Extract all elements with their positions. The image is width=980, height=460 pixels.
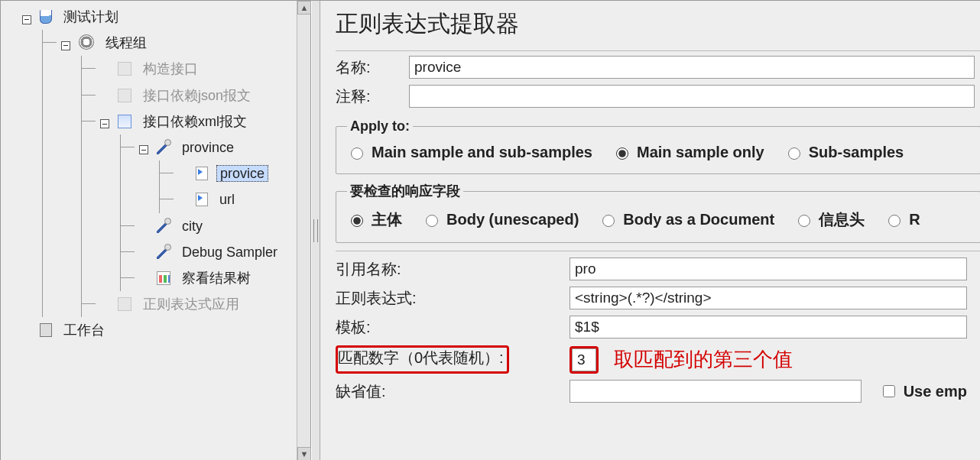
use-empty-label: Use emp: [904, 383, 967, 400]
tree-label: 线程组: [102, 35, 150, 50]
toggle-icon[interactable]: [139, 145, 148, 154]
tree-label: province: [179, 140, 237, 155]
name-input[interactable]: [409, 56, 975, 79]
response-label-4: R: [909, 211, 920, 228]
tree-node-json-dep[interactable]: 接口依赖json报文: [82, 83, 310, 109]
apply-to-label-0: Main sample and sub-samples: [372, 144, 592, 161]
response-label-2: Body as a Document: [623, 211, 774, 228]
apply-to-option-0[interactable]: Main sample and sub-samples: [347, 144, 592, 161]
tree-label: 接口依赖json报文: [140, 88, 254, 103]
extractor-props: 引用名称: 正则表达式: 模板: 匹配数字（0代表随机）:: [336, 254, 972, 406]
tree-scrollbar[interactable]: ▲ ▼: [297, 1, 310, 460]
apply-to-label-2: Sub-samples: [809, 144, 904, 161]
tree-label: Debug Sampler: [179, 245, 281, 260]
gear-icon: [79, 34, 94, 50]
controller-icon: [118, 297, 131, 311]
response-option-0[interactable]: 主体: [347, 209, 402, 230]
comment-label: 注释:: [336, 82, 409, 111]
tree-node-city[interactable]: city: [121, 213, 310, 239]
tree-label: url: [216, 192, 238, 207]
scroll-up-icon[interactable]: ▲: [297, 1, 311, 15]
response-label-0: 主体: [372, 209, 402, 230]
beaker-icon: [40, 10, 52, 24]
scroll-down-icon[interactable]: ▼: [297, 447, 311, 460]
tree-node-construct[interactable]: 构造接口: [82, 56, 310, 82]
response-option-4[interactable]: R: [884, 209, 920, 230]
response-field-legend: 要检查的响应字段: [347, 182, 463, 200]
tree-label: 工作台: [60, 322, 108, 338]
apply-to-legend: Apply to:: [347, 118, 413, 134]
extractor-icon: [196, 167, 208, 180]
toggle-icon[interactable]: [22, 15, 31, 24]
results-icon: [157, 271, 170, 285]
test-plan-tree: 测试计划 线程组 构造接口: [4, 4, 310, 343]
toggle-icon[interactable]: [61, 41, 70, 50]
panel-title: 正则表达式提取器: [336, 8, 980, 40]
response-field-fieldset: 要检查的响应字段 主体 Body (unescaped) Body as a D…: [336, 182, 980, 243]
response-option-3[interactable]: 信息头: [794, 209, 865, 230]
regex-label: 正则表达式:: [336, 283, 570, 313]
splitter[interactable]: [311, 1, 320, 460]
name-comment-form: 名称: 注释:: [336, 53, 979, 111]
controller-icon: [118, 62, 131, 76]
tree-label: 接口依赖xml报文: [140, 114, 250, 129]
tree-node-provice-selected[interactable]: provice: [160, 160, 310, 186]
tree-panel: 测试计划 线程组 构造接口: [1, 1, 311, 460]
response-option-1[interactable]: Body (unescaped): [422, 209, 579, 230]
tree-label: 构造接口: [140, 61, 201, 76]
apply-to-fieldset: Apply to: Main sample and sub-samples Ma…: [336, 118, 980, 174]
tree-node-province[interactable]: province provice: [121, 134, 310, 213]
tree-label: city: [179, 219, 206, 234]
use-empty-checkbox[interactable]: [883, 385, 895, 397]
template-label: 模板:: [336, 313, 570, 342]
sampler-icon: [157, 219, 170, 233]
tree-node-thread-group[interactable]: 线程组 构造接口 接口依赖json报文: [43, 30, 310, 317]
response-radio-0[interactable]: [351, 215, 363, 227]
tree-node-workbench[interactable]: 工作台: [4, 317, 310, 343]
match-no-label: 匹配数字（0代表随机）:: [338, 349, 504, 366]
tree-node-url[interactable]: url: [160, 186, 310, 212]
apply-to-radio-2[interactable]: [788, 147, 800, 160]
response-option-2[interactable]: Body as a Document: [599, 209, 774, 230]
extractor-icon: [196, 193, 208, 206]
response-radio-2[interactable]: [602, 215, 615, 227]
template-input[interactable]: [570, 316, 967, 339]
app-root: 测试计划 线程组 构造接口: [0, 0, 980, 460]
apply-to-radio-1[interactable]: [616, 147, 628, 160]
toggle-icon[interactable]: [100, 119, 109, 128]
match-no-input-highlight: [570, 346, 599, 374]
tree-node-xml-dep[interactable]: 接口依赖xml报文 province: [82, 109, 310, 291]
sampler-icon: [157, 141, 170, 154]
apply-to-option-1[interactable]: Main sample only: [612, 144, 764, 161]
tree-label: 察看结果树: [179, 270, 254, 286]
tree-node-test-plan[interactable]: 测试计划 线程组 构造接口: [4, 4, 310, 317]
default-input[interactable]: [570, 380, 862, 403]
default-label: 缺省值:: [336, 377, 570, 406]
tree-node-view-results[interactable]: 察看结果树: [121, 265, 310, 291]
regex-input[interactable]: [570, 287, 967, 309]
apply-to-option-2[interactable]: Sub-samples: [784, 144, 904, 161]
response-radio-4[interactable]: [888, 215, 900, 227]
ref-name-label: 引用名称:: [336, 254, 570, 283]
comment-input[interactable]: [409, 85, 975, 108]
annotation-text: 取匹配到的第三个值: [614, 348, 793, 371]
ref-name-input[interactable]: [570, 258, 967, 280]
tree-label: 测试计划: [60, 9, 122, 24]
match-no-highlight: 匹配数字（0代表随机）:: [336, 345, 509, 374]
tree-node-regex-app[interactable]: 正则表达式应用: [82, 291, 310, 317]
tree-node-debug[interactable]: Debug Sampler: [121, 239, 310, 265]
controller-icon: [118, 89, 131, 102]
response-label-1: Body (unescaped): [446, 211, 579, 228]
editor-panel: 正则表达式提取器 名称: 注释: Apply to: Main sample a…: [320, 1, 980, 460]
apply-to-label-1: Main sample only: [637, 144, 764, 161]
clipboard-icon: [40, 323, 52, 337]
match-no-input[interactable]: [572, 348, 596, 371]
sampler-icon: [157, 245, 170, 259]
response-radio-1[interactable]: [426, 215, 438, 227]
tree-label-selected: provice: [216, 165, 268, 182]
tree-label: 正则表达式应用: [140, 296, 242, 312]
response-label-3: 信息头: [819, 209, 865, 230]
response-radio-3[interactable]: [798, 215, 810, 227]
use-empty-option[interactable]: Use emp: [880, 383, 967, 400]
apply-to-radio-0[interactable]: [351, 147, 363, 160]
